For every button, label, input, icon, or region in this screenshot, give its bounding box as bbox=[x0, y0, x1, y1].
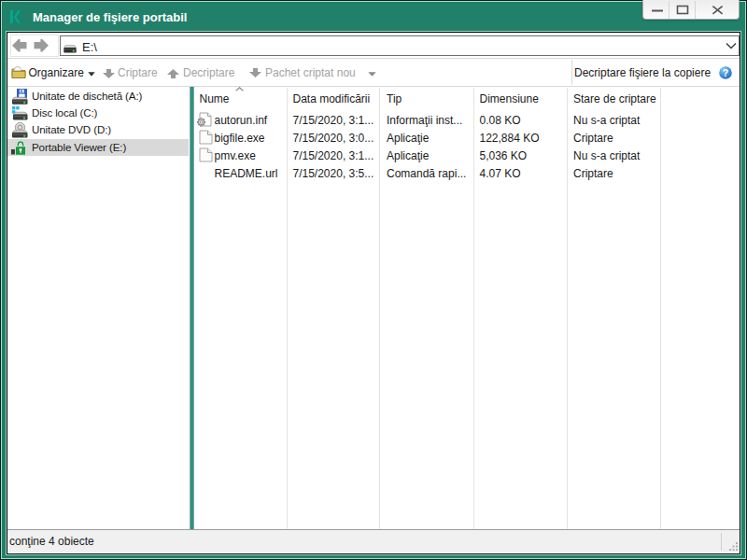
svg-text:?: ? bbox=[723, 67, 728, 78]
